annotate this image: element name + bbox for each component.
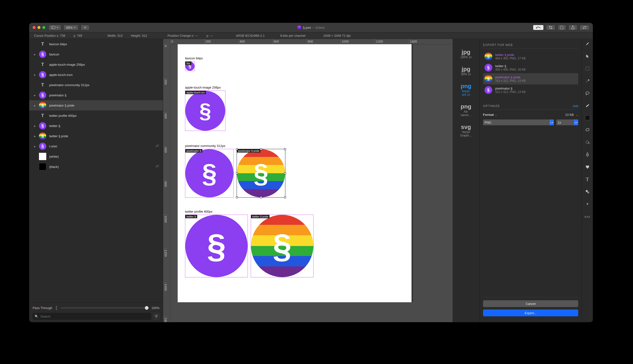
format-select[interactable]: PNG ▲▼ [483,120,554,125]
scale-value: 1x [558,121,561,124]
text-tool[interactable]: T [584,176,590,182]
layer-row[interactable]: Tapple-touch-image 256px [29,59,163,70]
sidebar-toggle-button[interactable] [49,25,61,30]
disclose-icon[interactable]: ▸ [34,124,36,128]
export-mode-button[interactable] [533,25,544,30]
layer-row[interactable]: Tpixelmator community 312px [29,80,163,90]
updown-icon[interactable]: ▲▼ [55,305,58,310]
format-preset[interactable]: jpg80% 1x [453,66,479,76]
close-icon[interactable] [33,26,36,29]
settings-button[interactable] [580,25,589,30]
height-label: Height: 312 [131,34,147,38]
export-item[interactable]: §twitter §400 x 400, PNG, 16 KB [483,62,578,73]
export-item[interactable]: §pixelmator § pride313 x 312, PNG, 13 KB [483,73,578,84]
eraser-tool[interactable] [584,127,590,132]
layer-row[interactable]: Tfavicon 64px [29,39,163,49]
layer-row[interactable]: ▸§pixelmator § [29,90,163,100]
slice-twitter[interactable]: § twitter § [185,214,248,278]
slice-pixelmator-pride[interactable]: § pixelmator § pride [237,149,285,198]
zoom-level-button[interactable]: 65% [64,25,78,30]
svg-point-15 [587,154,588,155]
layer-thumb: T [39,112,46,119]
layer-row[interactable]: Ttwitter profile 400px [29,110,163,121]
layer-search[interactable]: 🔍 [33,313,151,320]
wand-tool[interactable] [584,78,590,84]
minimize-icon[interactable] [38,26,41,29]
svg-point-10 [156,315,158,316]
layer-row[interactable]: (white) [29,151,163,162]
brush-icon [585,42,590,46]
zoom-icon[interactable] [42,26,45,29]
expand-button[interactable]: ››› [584,214,590,220]
scale-select[interactable]: 1x ▲▼ [556,120,578,125]
export-item[interactable]: §pixelmator §312 x 312, PNG, 13 KB [483,84,578,96]
layer-row[interactable]: ▸§twitter § [29,121,163,131]
slice-apple-touch[interactable]: § apple-touch-ico [185,90,225,131]
artboard[interactable]: favicon 64px § fav apple-touch-image 256… [178,44,411,302]
width-label: Width: 313 [107,34,123,38]
export-button[interactable]: Export... [483,310,578,316]
export-thumb: § [484,64,492,72]
export-item[interactable]: §twitter § pride404 x 400, PNG, 17 KB [483,51,578,62]
search-icon: 🔍 [35,314,39,318]
layer-row[interactable]: ▸§twitter § pride [29,131,163,141]
sparkle-tool[interactable] [584,201,590,207]
layer-label: apple-touch-icon [49,73,73,77]
select-stepper-icon: ▲▼ [549,120,554,125]
disclose-icon[interactable]: ▸ [34,134,36,138]
blend-mode-label[interactable]: Pass Through [33,306,52,310]
format-preset[interactable]: jpg100% 1x [453,49,479,59]
marquee-tool[interactable] [584,66,590,72]
format-name: png [453,83,479,90]
format-preset[interactable]: pngAd- vance… [453,103,479,117]
layer-row[interactable]: ▸§apple-touch-icon [29,70,163,80]
chevron-down-icon [74,27,76,28]
pen-tool[interactable] [584,152,590,158]
color-well[interactable] [585,115,590,120]
export-list: §twitter § pride404 x 400, PNG, 17 KB§tw… [483,51,578,96]
layer-row[interactable]: ▸§favicon [29,49,163,59]
format-preset[interactable]: pngStand- ard 1x [453,83,479,96]
paint-tool[interactable] [584,41,590,47]
share-button[interactable] [568,25,577,30]
filter-button[interactable] [153,313,160,320]
layer-list[interactable]: Tfavicon 64px▸§faviconTapple-touch-image… [29,39,163,302]
slice-pixelmator[interactable]: § pixelmator § [185,149,234,198]
cancel-button[interactable]: Cancel [483,300,578,307]
heart-tool[interactable] [584,164,590,170]
format-label[interactable]: Format [483,113,494,116]
opacity-slider[interactable] [61,308,149,308]
brush-tool[interactable] [584,103,590,109]
export-thumb: § [484,86,492,94]
bucket-tool[interactable] [584,139,590,145]
disclose-icon[interactable]: ▸ [34,73,36,77]
disclose-icon[interactable]: ▸ [34,94,36,97]
slice-favicon[interactable]: § fav [185,61,195,71]
search-input[interactable] [41,314,149,318]
pos-dy-label: y: --- [206,34,213,38]
lasso-tool[interactable] [584,90,590,96]
format-presets: jpg100% 1xjpg80% 1xpngStand- ard 1xpngAd… [453,39,479,322]
asset-icon: § [185,215,248,277]
layer-row[interactable]: ▸§t-shirt [29,141,163,151]
format-preset[interactable]: svgVector Graphi… [453,124,479,137]
slice-tag: fav [185,62,191,65]
disclose-icon[interactable]: ▸ [34,144,36,148]
hidden-icon[interactable] [155,164,160,169]
shapes-tool[interactable] [584,189,590,195]
chevron-down-icon[interactable]: ⌄ [575,113,578,116]
slice-twitter-pride[interactable]: § twitter § pride [251,214,314,278]
hidden-icon[interactable] [155,144,160,148]
sliders-icon [582,26,587,29]
disclose-icon[interactable]: ▸ [34,52,36,56]
layer-row[interactable]: (black) [29,162,163,172]
layer-row[interactable]: ▸§pixelmator § pride [29,100,163,110]
add-button[interactable]: + [81,25,89,30]
disclose-icon[interactable]: ▸ [34,104,36,107]
add-preset-link[interactable]: Add [573,104,578,108]
canvas-area[interactable]: 0200400600800100012001400 02004006008001… [163,39,453,322]
move-tool[interactable] [584,53,590,59]
document-button[interactable] [558,25,566,30]
crop-button[interactable] [546,25,555,30]
traffic-lights [29,26,45,29]
